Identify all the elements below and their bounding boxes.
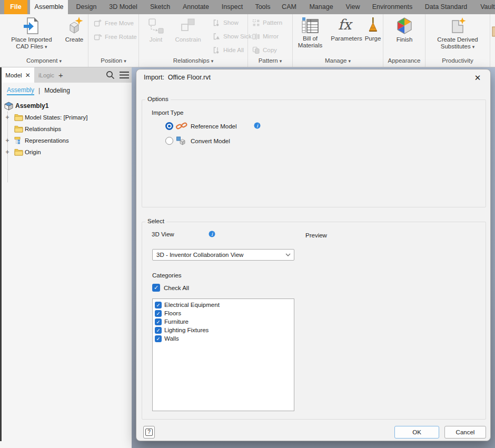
tab-environments[interactable]: Environments <box>369 0 416 14</box>
show-sick-button: Show Sick <box>213 31 252 42</box>
tab-data-standard[interactable]: Data Standard <box>420 0 472 14</box>
convert-model-icon <box>176 136 185 145</box>
tree-item-model-states[interactable]: + Model States: [Primary] <box>2 112 132 123</box>
dropdown-caret-icon[interactable]: ▾ <box>472 44 475 49</box>
copy-button: Copy <box>252 44 277 56</box>
ribbon-group-position: Free Move Free Rotate Position▾ <box>88 14 139 67</box>
group-label-appearance[interactable]: Appearance <box>383 56 425 67</box>
finish-button[interactable]: Finish <box>392 16 417 43</box>
info-icon[interactable]: i <box>209 231 215 237</box>
tree-root-assembly1[interactable]: Assembly1 <box>2 100 132 112</box>
group-label-productivity[interactable]: Productivity <box>425 56 490 67</box>
model-browser-panel: Model ✕ iLogic + Assembly | Modeling <box>0 67 132 448</box>
hide-all-icon <box>213 46 221 54</box>
cancel-button[interactable]: Cancel <box>444 426 486 439</box>
categories-label: Categories <box>152 272 182 278</box>
view-dropdown[interactable]: 3D - Inventor Collaboration View <box>152 249 294 261</box>
folder-icon <box>14 148 23 156</box>
group-label-pattern[interactable]: Pattern▾ <box>248 56 292 67</box>
browser-subtabs: Assembly | Modeling <box>2 83 132 98</box>
preview-label: Preview <box>305 232 327 238</box>
tab-design[interactable]: Design <box>72 0 101 14</box>
check-all-checkbox[interactable]: ✓ <box>152 284 160 292</box>
expand-icon[interactable]: + <box>4 114 11 121</box>
tab-view[interactable]: View <box>341 0 364 14</box>
list-item-walls[interactable]: ✓ Walls <box>155 335 286 343</box>
purge-button[interactable]: Purge <box>363 16 382 42</box>
chevron-down-icon <box>285 253 291 257</box>
joint-button: Joint <box>143 17 169 43</box>
search-icon[interactable] <box>105 70 115 80</box>
browser-tab-model[interactable]: Model ✕ <box>2 67 34 83</box>
add-tab-icon[interactable]: + <box>58 71 63 79</box>
expand-icon[interactable]: + <box>4 137 11 144</box>
bill-of-materials-button[interactable]: Bill of Materials <box>294 16 326 49</box>
constrain-button: Constrain <box>170 17 206 43</box>
reference-model-label[interactable]: Reference Model <box>191 123 237 130</box>
subtab-assembly[interactable]: Assembly <box>7 86 34 95</box>
group-label-relationships[interactable]: Relationships▾ <box>139 56 247 67</box>
dropdown-caret-icon[interactable]: ▾ <box>45 44 47 49</box>
free-rotate-button: Free Rotate <box>94 31 137 43</box>
tab-assemble[interactable]: Assemble <box>30 0 68 14</box>
ribbon-group-component: Place Imported CAD Files▾ Create Compone… <box>0 14 88 67</box>
group-label-manage[interactable]: Manage▾ <box>293 56 383 67</box>
convert-model-label[interactable]: Convert Model <box>191 138 230 144</box>
list-item-floors[interactable]: ✓ Floors <box>155 310 286 318</box>
group-label-component[interactable]: Component▾ <box>0 56 88 67</box>
ribbon: Place Imported CAD Files▾ Create Compone… <box>0 14 495 67</box>
tab-inspect[interactable]: Inspect <box>217 0 247 14</box>
dialog-close-button[interactable]: ✕ <box>470 71 485 85</box>
tab-manage[interactable]: Manage <box>305 0 337 14</box>
close-icon[interactable]: ✕ <box>25 72 31 79</box>
dropdown-caret-icon: ▾ <box>211 58 214 64</box>
tree-item-relationships[interactable]: Relationships <box>2 123 132 135</box>
convert-model-radio[interactable] <box>165 137 173 145</box>
tab-cam[interactable]: CAM <box>278 0 300 14</box>
view-dropdown-value: 3D - Inventor Collaboration View <box>156 250 243 260</box>
place-imported-cad-files-button[interactable]: Place Imported CAD Files▾ <box>5 16 58 51</box>
ribbon-group-relationships: Joint Constrain Show <box>139 14 248 67</box>
item-checkbox[interactable]: ✓ <box>155 318 162 325</box>
tree-item-representations[interactable]: + Representations <box>2 135 132 146</box>
tab-tools[interactable]: Tools <box>252 0 274 14</box>
check-all-label[interactable]: Check All <box>164 285 189 291</box>
parameters-icon: fx <box>336 16 357 34</box>
folder-icon <box>14 113 23 121</box>
hamburger-menu-icon[interactable] <box>120 71 129 79</box>
tree-item-origin[interactable]: + Origin <box>2 146 132 158</box>
expand-icon[interactable]: + <box>4 148 11 156</box>
categories-listbox[interactable]: ✓ Electrical Equipment ✓ Floors ✓ Furnit… <box>152 298 294 411</box>
free-move-button: Free Move <box>94 17 134 29</box>
ribbon-group-clipped <box>490 14 495 67</box>
import-dialog: Import: Office Floor.rvt ✕ Options Impor… <box>136 69 491 441</box>
help-button[interactable]: ? <box>143 426 155 439</box>
list-item-furniture[interactable]: ✓ Furniture <box>155 318 286 326</box>
list-item-lighting-fixtures[interactable]: ✓ Lighting Fixtures <box>155 326 286 335</box>
tab-sketch[interactable]: Sketch <box>145 0 175 14</box>
joint-icon <box>147 17 165 35</box>
parameters-button[interactable]: fx Parameters <box>328 16 365 42</box>
clipped-icon <box>491 18 495 39</box>
subtab-modeling[interactable]: Modeling <box>44 87 70 94</box>
ok-button[interactable]: OK <box>394 426 439 439</box>
show-button: Show <box>213 17 239 28</box>
item-checkbox[interactable]: ✓ <box>155 327 162 334</box>
list-item-electrical-equipment[interactable]: ✓ Electrical Equipment <box>155 301 286 310</box>
item-checkbox[interactable]: ✓ <box>155 335 162 342</box>
group-label-position[interactable]: Position▾ <box>88 56 138 67</box>
tab-vault[interactable]: Vault <box>476 0 495 14</box>
create-button[interactable]: Create <box>62 16 86 43</box>
browser-tab-ilogic[interactable]: iLogic + <box>38 67 63 83</box>
tab-annotate[interactable]: Annotate <box>179 0 213 14</box>
show-sick-icon <box>213 33 221 41</box>
info-icon[interactable]: i <box>254 122 261 129</box>
tab-file[interactable]: File <box>4 0 27 14</box>
create-derived-substitutes-button[interactable]: Create Derived Substitutes▾ <box>431 16 484 51</box>
reference-model-radio[interactable] <box>165 122 173 130</box>
item-checkbox[interactable]: ✓ <box>155 310 162 317</box>
dropdown-caret-icon: ▾ <box>124 58 126 64</box>
view-label: 3D View <box>152 231 174 237</box>
item-checkbox[interactable]: ✓ <box>155 302 162 308</box>
tab-3d-model[interactable]: 3D Model <box>105 0 141 14</box>
